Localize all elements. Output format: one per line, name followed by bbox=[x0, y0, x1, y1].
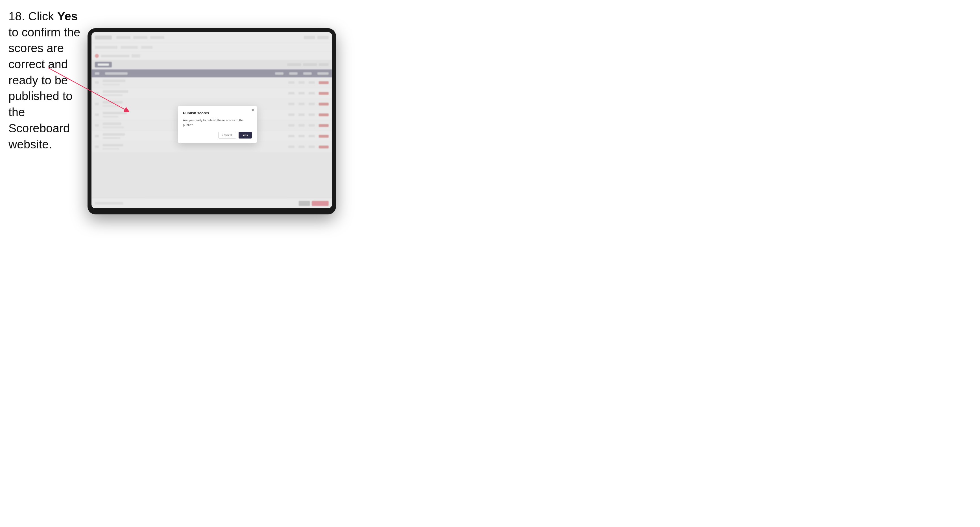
modal-overlay: × Publish scores Are you ready to publis… bbox=[91, 32, 332, 208]
modal-close-button[interactable]: × bbox=[252, 108, 254, 112]
instruction-text-part1: Click bbox=[28, 10, 57, 23]
instruction-text-part2: to confirm the scores are correct and re… bbox=[8, 26, 80, 151]
modal-cancel-button[interactable]: Cancel bbox=[218, 132, 236, 138]
tablet-screen: × Publish scores Are you ready to publis… bbox=[91, 32, 332, 208]
modal-yes-button[interactable]: Yes bbox=[239, 132, 252, 138]
publish-modal: × Publish scores Are you ready to publis… bbox=[178, 106, 257, 143]
step-number: 18. bbox=[8, 10, 25, 23]
instruction-bold: Yes bbox=[57, 10, 78, 23]
modal-title: Publish scores bbox=[183, 111, 252, 115]
tablet-device: × Publish scores Are you ready to publis… bbox=[88, 28, 336, 214]
modal-message: Are you ready to publish these scores to… bbox=[183, 118, 252, 127]
instruction-text: 18. Click Yes to confirm the scores are … bbox=[8, 8, 88, 152]
modal-buttons: Cancel Yes bbox=[183, 132, 252, 138]
